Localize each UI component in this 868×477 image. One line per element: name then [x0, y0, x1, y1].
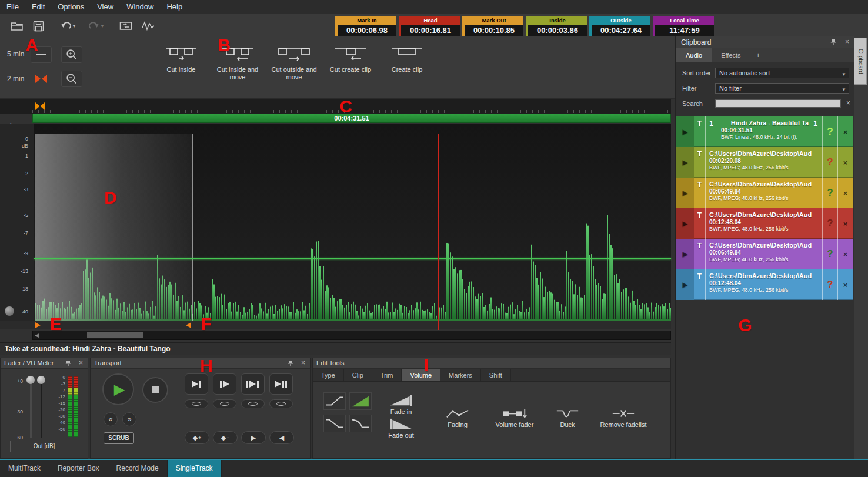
tab-type[interactable]: Type	[313, 369, 344, 381]
scrollbar-thumb[interactable]	[87, 332, 143, 338]
zoom-out-button[interactable]	[61, 71, 82, 87]
remove-take-button[interactable]: ×	[837, 208, 853, 239]
add-tab-button[interactable]: +	[750, 48, 767, 62]
play-button[interactable]: ▶	[102, 373, 134, 405]
gain-knob[interactable]	[5, 306, 14, 316]
take-play-button[interactable]: ▶	[676, 116, 694, 147]
prelisten-button[interactable]: ?	[822, 116, 837, 147]
tab-clip[interactable]: Clip	[344, 369, 372, 381]
loop-button-1[interactable]	[185, 399, 208, 408]
fader-knob-left[interactable]	[26, 376, 35, 384]
prelisten-button[interactable]: ?	[822, 208, 837, 239]
save-button[interactable]	[29, 18, 47, 34]
pin-icon[interactable]	[65, 360, 71, 366]
cut-create-clip-button[interactable]: Cut create clip	[323, 43, 378, 81]
tab-shift[interactable]: Shift	[481, 369, 511, 381]
close-icon[interactable]: ×	[845, 37, 849, 47]
skip-back-button[interactable]: «	[104, 412, 118, 426]
tab-singletrack[interactable]: SingleTrack	[168, 460, 222, 477]
remove-take-button[interactable]: ×	[837, 269, 853, 300]
fade-in-button[interactable]: Fade in	[379, 395, 423, 416]
zoom-selection-button[interactable]	[31, 71, 52, 87]
menu-help[interactable]: Help	[160, 0, 189, 14]
fade-shape-linear-out-button[interactable]	[323, 415, 346, 432]
menu-file[interactable]: File	[0, 0, 25, 14]
sort-order-select[interactable]: No automatic sort▼	[715, 68, 849, 78]
volume-fader-button[interactable]: Volume fader	[488, 408, 541, 429]
remove-take-button[interactable]: ×	[837, 239, 853, 269]
clipboard-item[interactable]: ▶ T C:\Users\DbmAzure\Desktop\Aud 00:12:…	[676, 269, 853, 300]
create-clip-button[interactable]: Create clip	[380, 43, 434, 81]
clear-search-icon[interactable]: ×	[846, 99, 850, 107]
playhead-line[interactable]	[438, 134, 439, 321]
remove-take-button[interactable]: ×	[837, 147, 853, 178]
nudge-back-button[interactable]: ◀	[269, 431, 294, 444]
cut-outside-move-button[interactable]: Cut outside and move	[267, 43, 321, 81]
take-play-button[interactable]: ▶	[676, 208, 694, 239]
scroll-left-icon[interactable]: ◀	[35, 331, 39, 340]
clipboard-item[interactable]: ▶ T C:\Users\DbmAzure\Desktop\Aud 00:02:…	[676, 147, 853, 178]
pin-icon[interactable]	[830, 39, 836, 45]
scrub-button[interactable]: SCRUB	[104, 432, 134, 444]
redo-button[interactable]: ▼	[85, 18, 108, 34]
skip-forward-button[interactable]: »	[122, 412, 136, 426]
clipboard-item[interactable]: ▶ T C:\Users\DbmAzure\Desktop\Aud 00:12:…	[676, 208, 853, 239]
zoom-preset-5min[interactable]: 5 min	[7, 50, 24, 58]
close-icon[interactable]: ×	[79, 358, 83, 368]
take-play-button[interactable]: ▶	[676, 147, 694, 178]
fader-knob-right[interactable]	[37, 376, 45, 384]
play-around-mark-button[interactable]	[269, 373, 293, 395]
tab-audio[interactable]: Audio	[676, 48, 712, 62]
timeline-ruler[interactable]	[0, 99, 671, 114]
tab-record-mode[interactable]: Record Mode	[108, 460, 168, 477]
zoom-in-button[interactable]	[61, 46, 82, 63]
prelisten-button[interactable]: ?	[822, 178, 837, 208]
pin-icon[interactable]	[288, 360, 293, 366]
prelisten-button[interactable]: ?	[822, 147, 837, 178]
remove-take-button[interactable]: ×	[837, 178, 853, 208]
take-play-button[interactable]: ▶	[676, 269, 694, 300]
loop-button-2[interactable]	[213, 399, 236, 408]
fade-out-button[interactable]: Fade out	[379, 418, 423, 439]
clipboard-side-tab[interactable]: Clipboard	[854, 38, 867, 85]
undo-button[interactable]: ▼	[56, 18, 80, 34]
prelisten-button[interactable]: ?	[822, 269, 837, 300]
clipboard-item[interactable]: ▶ T 1 Hindi Zahra - Beautiful Ta 00:04:3…	[676, 116, 853, 147]
tab-volume[interactable]: Volume	[402, 369, 440, 381]
menu-window[interactable]: Window	[120, 0, 160, 14]
volume-line[interactable]	[34, 258, 671, 259]
zoom-preset-2min[interactable]: 2 min	[7, 75, 24, 83]
menu-edit[interactable]: Edit	[25, 0, 51, 14]
tab-markers[interactable]: Markers	[440, 369, 481, 381]
stop-button[interactable]	[142, 377, 168, 403]
filter-select[interactable]: No filter▼	[715, 83, 849, 94]
fading-button[interactable]: Fading	[436, 408, 479, 429]
fade-shape-curve-out-button[interactable]	[349, 415, 372, 432]
loop-button-4[interactable]	[269, 399, 293, 408]
duck-button[interactable]: Duck	[547, 408, 588, 429]
menu-view[interactable]: View	[91, 0, 120, 14]
remove-take-button[interactable]: ×	[837, 116, 853, 147]
tab-effects[interactable]: Effects	[712, 48, 750, 62]
clipboard-item[interactable]: ▶ T C:\Users\DbmAzure\Desktop\Aud 00:06:…	[676, 178, 853, 208]
tab-multitrack[interactable]: MultiTrack	[0, 460, 49, 477]
transfer-button[interactable]	[116, 18, 135, 34]
nudge-forward-button[interactable]: ▶	[241, 431, 266, 444]
tab-reporter-box[interactable]: Reporter Box	[49, 460, 108, 477]
add-marker-button[interactable]: ◆+	[185, 431, 209, 444]
fade-out-handle-icon[interactable]	[186, 322, 191, 328]
take-play-button[interactable]: ▶	[676, 178, 694, 208]
remove-fadelist-button[interactable]: Remove fadelist	[596, 408, 650, 429]
play-from-mark-button[interactable]	[213, 373, 236, 395]
close-icon[interactable]: ×	[301, 358, 305, 368]
horizontal-scrollbar[interactable]: ◀	[32, 331, 671, 340]
clipboard-item[interactable]: ▶ T C:\Users\DbmAzure\Desktop\Aud 00:06:…	[676, 239, 853, 269]
loop-button-3[interactable]	[241, 399, 265, 408]
cut-inside-button[interactable]: Cut inside	[154, 43, 208, 81]
fade-in-handle-icon[interactable]	[35, 322, 41, 328]
tab-trim[interactable]: Trim	[372, 369, 402, 381]
fade-shape-filled-in-button[interactable]	[349, 392, 372, 410]
search-input[interactable]	[715, 99, 841, 108]
play-between-marks-button[interactable]	[241, 373, 265, 395]
take-play-button[interactable]: ▶	[676, 239, 694, 269]
